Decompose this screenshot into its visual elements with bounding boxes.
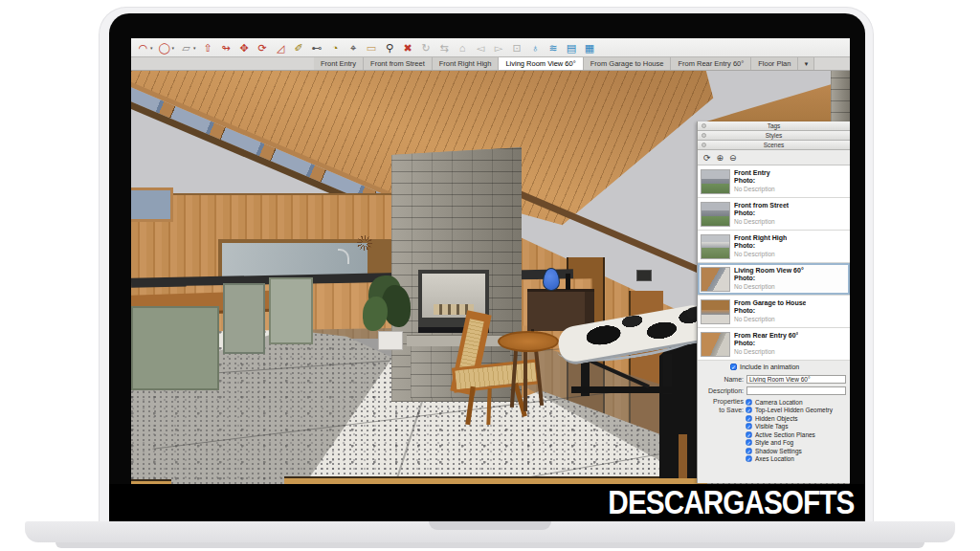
scenes-toolbar-icon-update-scene-icon[interactable]: ⟳ — [703, 151, 711, 165]
toolbar-icon-move-tool[interactable]: ✥ ▾ — [236, 39, 253, 56]
property-checkbox[interactable] — [746, 399, 751, 405]
scene-tab[interactable]: Front from Street — [364, 57, 433, 70]
property-checkbox[interactable] — [746, 440, 751, 446]
toolbar-icon-next-view-button[interactable]: ▻ ▾ — [491, 39, 507, 56]
name-label: Name: — [702, 376, 744, 383]
scene-name-input[interactable]: Living Room View 60° — [746, 375, 846, 384]
toolbar-icon-previous-view-button[interactable]: ◅ ▾ — [473, 39, 489, 56]
scene-photo-label: Photo: — [734, 340, 798, 348]
toolbar-icon-rotated-rectangle-tool[interactable]: ▱ ▾ — [178, 39, 198, 56]
scenes-toolbar-icon-add-scene-icon[interactable]: ⊕ — [717, 151, 724, 165]
collapse-dot-icon[interactable] — [702, 123, 706, 128]
property-label: Axes Location — [755, 455, 794, 462]
scene-tab[interactable]: Living Room View 60° — [499, 57, 583, 70]
scene-description: No Description — [734, 283, 804, 292]
toolbar-icon-orbit-tool[interactable]: ↻ ▾ — [418, 39, 434, 56]
toolbar-icon-arc-tool[interactable]: ◠ ▾ — [135, 39, 155, 56]
scene-description: No Description — [734, 348, 798, 357]
property-checkbox[interactable] — [746, 456, 751, 462]
scene-tab[interactable]: Front Entry — [314, 57, 364, 70]
toolbar-icon-eraser-tool[interactable]: ▭ ▾ — [364, 39, 380, 56]
scene-list-item-living-room-view-60[interactable]: Living Room View 60° Photo: No Descripti… — [698, 263, 850, 296]
include-in-animation-checkbox[interactable] — [730, 364, 737, 370]
panel-section-header[interactable]: Scenes — [698, 141, 850, 150]
panel-section-label: Styles — [766, 132, 783, 139]
watermark-text: DESCARGASOFTS — [609, 483, 855, 521]
toolbar-icon-circle-tool[interactable]: ◯ ▾ — [157, 39, 177, 56]
property-checkbox[interactable] — [746, 424, 751, 430]
blue-vase — [543, 268, 560, 291]
scene-thumbnail — [701, 332, 730, 357]
laptop-notch — [429, 521, 551, 530]
tool-icon: ♁ — [529, 39, 542, 56]
scene-tab-label: Front Right High — [439, 59, 492, 68]
toolbar-icon-photo-textures-tool[interactable]: ▤ ▾ — [564, 39, 580, 56]
scene-list-item-from-rear-entry-60[interactable]: From Rear Entry 60° Photo: No Descriptio… — [698, 328, 850, 361]
scene-tab-label: From Rear Entry 60° — [678, 59, 744, 68]
toolbar-icon-home-view-button[interactable]: ⌂ ▾ — [455, 39, 471, 56]
scene-list-item-front-from-street[interactable]: Front from Street Photo: No Description — [698, 198, 850, 231]
toolbar-icon-dimension-tool[interactable]: ⊷ ▾ — [309, 39, 325, 56]
toolbar-icon-add-location-tool[interactable]: ♁ ▾ — [527, 39, 544, 56]
tool-icon: ⊡ — [511, 39, 523, 56]
left-window — [131, 187, 173, 222]
green-bench — [131, 306, 219, 390]
toolbar-icon-pan-tool[interactable]: ⇆ ▾ — [436, 39, 453, 56]
scene-description: No Description — [734, 316, 806, 324]
property-label: Camera Location — [755, 399, 803, 406]
property-label: Top-Level Hidden Geometry — [755, 407, 833, 413]
toolbar-icon-scale-tool[interactable]: ◿ ▾ — [273, 39, 289, 56]
property-label: Shadow Settings — [755, 448, 802, 454]
scene-name: Living Room View 60° — [734, 267, 804, 276]
scene-list-item-front-right-high[interactable]: Front Right High Photo: No Description — [698, 231, 850, 263]
scene-description: No Description — [734, 218, 789, 227]
scene-description-input[interactable] — [746, 386, 846, 395]
scene-description: No Description — [734, 186, 775, 194]
toolbar-icon-rotate-tool[interactable]: ⟳ ▾ — [255, 39, 271, 56]
toolbar-icon-preview-model-tool[interactable]: ▦ ▾ — [582, 39, 598, 56]
property-checkbox[interactable] — [746, 415, 751, 421]
toolbar-icon-axes-tool[interactable]: ⌖ ▾ — [345, 39, 362, 56]
description-label: Description: — [702, 387, 744, 394]
panel-section-label: Scenes — [764, 142, 785, 148]
scene-tab[interactable]: Front Right High — [433, 57, 500, 70]
scene-tab[interactable]: Floor Plan — [751, 57, 798, 70]
tool-icon: ◿ — [275, 39, 287, 56]
tool-icon: ▱ — [180, 39, 192, 56]
scene-tab[interactable]: From Garage to House — [584, 57, 672, 70]
toolbar-icon-zoom-window-tool[interactable]: ⊡ ▾ — [509, 39, 525, 56]
scene-tab-overflow[interactable]: ▼ — [798, 57, 814, 70]
chevron-down-icon[interactable]: ▾ — [150, 45, 153, 51]
collapse-dot-icon[interactable] — [702, 143, 706, 147]
scene-tab[interactable]: From Rear Entry 60° — [671, 57, 751, 70]
scene-list-item-front-entry[interactable]: Front Entry Photo: No Description — [698, 165, 850, 198]
chevron-down-icon[interactable]: ▾ — [172, 45, 175, 51]
property-label: Visible Tags — [755, 423, 788, 430]
collapse-dot-icon[interactable] — [702, 133, 706, 138]
toolbar-icon-follow-me-tool[interactable]: ↬ ▾ — [218, 39, 234, 56]
scene-list-item-from-garage-to-house[interactable]: From Garage to House Photo: No Descripti… — [698, 296, 850, 328]
tool-icon: ▤ — [566, 39, 578, 56]
toolbar: ◠ ▾ ◯ ▾ ▱ ▾ ⇧ ▾ ↬ — [131, 38, 850, 57]
scene-thumbnail — [701, 202, 730, 227]
chevron-down-icon[interactable]: ▾ — [193, 45, 196, 51]
stone-column-right — [831, 71, 850, 124]
panel-section-header[interactable]: Styles — [698, 131, 850, 141]
panel-section-header[interactable]: Tags — [698, 121, 850, 131]
toolbar-icon-zoom-extents-tool[interactable]: ✖ ▾ — [400, 39, 416, 56]
property-checkbox[interactable] — [746, 408, 751, 413]
property-checkbox[interactable] — [746, 431, 751, 437]
toolbar-icon-tape-measure-tool[interactable]: ✐ ▾ — [291, 39, 307, 56]
tool-icon: ↻ — [420, 39, 433, 56]
properties-to-save-label: Properties to Save: — [702, 398, 744, 463]
scenes-toolbar-icon-remove-scene-icon[interactable]: ⊖ — [729, 151, 737, 165]
tool-icon: ⌖ — [347, 39, 360, 56]
property-checkbox[interactable] — [746, 448, 751, 453]
toolbar-icon-zoom-tool[interactable]: ⚲ ▾ — [382, 39, 398, 56]
toolbar-icon-protractor-tool[interactable]: ◔ ▾ — [327, 39, 344, 56]
piano-leg — [679, 434, 687, 478]
include-in-animation-label: Include in animation — [740, 364, 799, 370]
toolbar-icon-toggle-terrain-tool[interactable]: ≋ ▾ — [546, 39, 562, 56]
toolbar-icon-push-pull-tool[interactable]: ⇧ ▾ — [200, 39, 216, 56]
scene-tab-label: From Garage to House — [590, 59, 664, 68]
